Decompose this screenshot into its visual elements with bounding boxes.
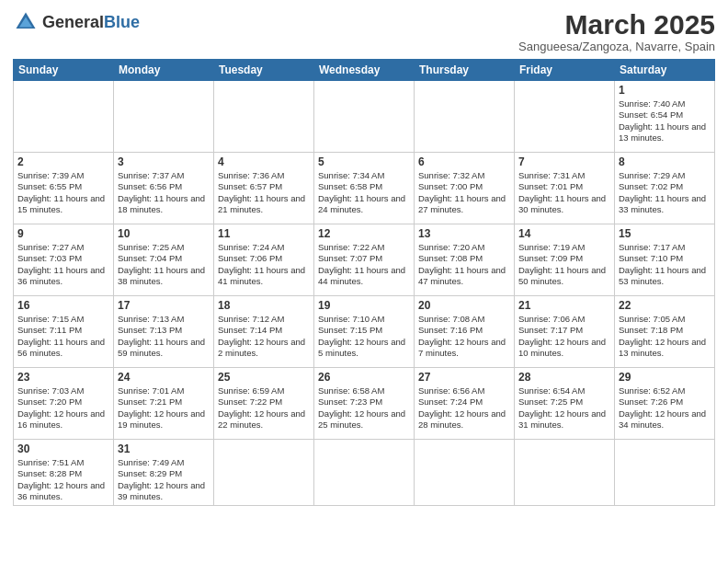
calendar-cell: 24Sunrise: 7:01 AM Sunset: 7:21 PM Dayli…: [114, 368, 214, 440]
day-info: Sunrise: 7:17 AM Sunset: 7:10 PM Dayligh…: [619, 242, 711, 287]
day-info: Sunrise: 7:13 AM Sunset: 7:13 PM Dayligh…: [118, 314, 210, 359]
calendar-cell: 30Sunrise: 7:51 AM Sunset: 8:28 PM Dayli…: [14, 440, 114, 506]
day-info: Sunrise: 7:01 AM Sunset: 7:21 PM Dayligh…: [118, 385, 210, 431]
day-number: 27: [418, 371, 510, 384]
day-info: Sunrise: 7:51 AM Sunset: 8:28 PM Dayligh…: [17, 457, 109, 502]
day-info: Sunrise: 7:08 AM Sunset: 7:16 PM Dayligh…: [418, 314, 510, 359]
day-number: 23: [17, 371, 109, 384]
calendar-cell: 20Sunrise: 7:08 AM Sunset: 7:16 PM Dayli…: [415, 296, 515, 368]
day-number: 5: [318, 155, 410, 168]
col-saturday: Saturday: [615, 60, 715, 81]
logo-icon: [13, 9, 39, 35]
col-tuesday: Tuesday: [214, 60, 314, 81]
day-number: 18: [218, 299, 310, 312]
calendar-cell: [515, 81, 615, 153]
calendar-cell: 29Sunrise: 6:52 AM Sunset: 7:26 PM Dayli…: [615, 368, 715, 440]
page: GeneralBlue March 2025 Sangueesa/Zangoza…: [0, 0, 728, 563]
calendar-cell: 4Sunrise: 7:36 AM Sunset: 6:57 PM Daylig…: [214, 153, 314, 224]
day-info: Sunrise: 7:40 AM Sunset: 6:54 PM Dayligh…: [619, 98, 711, 144]
calendar-cell: 27Sunrise: 6:56 AM Sunset: 7:24 PM Dayli…: [415, 368, 515, 440]
day-info: Sunrise: 7:39 AM Sunset: 6:55 PM Dayligh…: [17, 170, 109, 215]
day-number: 21: [518, 299, 610, 312]
day-number: 11: [218, 227, 310, 240]
calendar-cell: [515, 440, 615, 506]
day-info: Sunrise: 7:22 AM Sunset: 7:07 PM Dayligh…: [318, 242, 410, 287]
calendar-cell: 17Sunrise: 7:13 AM Sunset: 7:13 PM Dayli…: [114, 296, 214, 368]
calendar-cell: 1Sunrise: 7:40 AM Sunset: 6:54 PM Daylig…: [615, 81, 715, 153]
col-thursday: Thursday: [415, 60, 515, 81]
day-number: 15: [619, 227, 711, 240]
day-number: 25: [218, 371, 310, 384]
day-info: Sunrise: 7:32 AM Sunset: 7:00 PM Dayligh…: [418, 170, 510, 215]
day-info: Sunrise: 7:06 AM Sunset: 7:17 PM Dayligh…: [518, 314, 610, 359]
day-info: Sunrise: 7:36 AM Sunset: 6:57 PM Dayligh…: [218, 170, 310, 215]
subtitle: Sangueesa/Zangoza, Navarre, Spain: [518, 40, 715, 53]
day-number: 14: [518, 227, 610, 240]
day-number: 28: [518, 371, 610, 384]
header: GeneralBlue March 2025 Sangueesa/Zangoza…: [13, 9, 715, 53]
day-number: 30: [17, 442, 109, 455]
day-number: 26: [318, 371, 410, 384]
calendar-cell: 22Sunrise: 7:05 AM Sunset: 7:18 PM Dayli…: [615, 296, 715, 368]
col-wednesday: Wednesday: [314, 60, 415, 81]
calendar-cell: 19Sunrise: 7:10 AM Sunset: 7:15 PM Dayli…: [314, 296, 415, 368]
calendar-cell: [114, 81, 214, 153]
day-info: Sunrise: 6:52 AM Sunset: 7:26 PM Dayligh…: [619, 385, 711, 431]
day-number: 13: [418, 227, 510, 240]
calendar-cell: 8Sunrise: 7:29 AM Sunset: 7:02 PM Daylig…: [615, 153, 715, 224]
day-number: 16: [17, 299, 109, 312]
logo-text: GeneralBlue: [42, 14, 140, 30]
day-number: 31: [118, 442, 210, 455]
day-number: 17: [118, 299, 210, 312]
day-number: 6: [418, 155, 510, 168]
calendar-header-row: Sunday Monday Tuesday Wednesday Thursday…: [14, 60, 715, 81]
calendar-cell: [415, 81, 515, 153]
day-info: Sunrise: 7:12 AM Sunset: 7:14 PM Dayligh…: [218, 314, 310, 359]
day-number: 9: [17, 227, 109, 240]
calendar-cell: 16Sunrise: 7:15 AM Sunset: 7:11 PM Dayli…: [14, 296, 114, 368]
day-number: 10: [118, 227, 210, 240]
col-sunday: Sunday: [14, 60, 114, 81]
calendar-cell: 31Sunrise: 7:49 AM Sunset: 8:29 PM Dayli…: [114, 440, 214, 506]
calendar-cell: 28Sunrise: 6:54 AM Sunset: 7:25 PM Dayli…: [515, 368, 615, 440]
day-info: Sunrise: 7:19 AM Sunset: 7:09 PM Dayligh…: [518, 242, 610, 287]
day-number: 2: [17, 155, 109, 168]
calendar-cell: 5Sunrise: 7:34 AM Sunset: 6:58 PM Daylig…: [314, 153, 415, 224]
day-info: Sunrise: 7:34 AM Sunset: 6:58 PM Dayligh…: [318, 170, 410, 215]
title-block: March 2025 Sangueesa/Zangoza, Navarre, S…: [518, 9, 715, 53]
calendar-cell: 6Sunrise: 7:32 AM Sunset: 7:00 PM Daylig…: [415, 153, 515, 224]
month-title: March 2025: [518, 9, 715, 40]
calendar-cell: 25Sunrise: 6:59 AM Sunset: 7:22 PM Dayli…: [214, 368, 314, 440]
calendar-cell: 21Sunrise: 7:06 AM Sunset: 7:17 PM Dayli…: [515, 296, 615, 368]
day-number: 29: [619, 371, 711, 384]
day-info: Sunrise: 7:20 AM Sunset: 7:08 PM Dayligh…: [418, 242, 510, 287]
calendar-cell: [314, 440, 415, 506]
day-info: Sunrise: 7:27 AM Sunset: 7:03 PM Dayligh…: [17, 242, 109, 287]
day-number: 8: [619, 155, 711, 168]
calendar-cell: 23Sunrise: 7:03 AM Sunset: 7:20 PM Dayli…: [14, 368, 114, 440]
calendar-cell: 14Sunrise: 7:19 AM Sunset: 7:09 PM Dayli…: [515, 224, 615, 296]
calendar-cell: [415, 440, 515, 506]
calendar-cell: 18Sunrise: 7:12 AM Sunset: 7:14 PM Dayli…: [214, 296, 314, 368]
calendar-cell: [214, 440, 314, 506]
calendar-cell: [14, 81, 114, 153]
day-number: 4: [218, 155, 310, 168]
calendar-cell: 9Sunrise: 7:27 AM Sunset: 7:03 PM Daylig…: [14, 224, 114, 296]
calendar-cell: [314, 81, 415, 153]
calendar-cell: 11Sunrise: 7:24 AM Sunset: 7:06 PM Dayli…: [214, 224, 314, 296]
day-number: 7: [518, 155, 610, 168]
calendar-body: 1Sunrise: 7:40 AM Sunset: 6:54 PM Daylig…: [14, 81, 715, 506]
logo: GeneralBlue: [13, 9, 140, 35]
calendar-cell: [615, 440, 715, 506]
calendar-cell: 12Sunrise: 7:22 AM Sunset: 7:07 PM Dayli…: [314, 224, 415, 296]
day-number: 20: [418, 299, 510, 312]
col-monday: Monday: [114, 60, 214, 81]
calendar-cell: [214, 81, 314, 153]
calendar-cell: 15Sunrise: 7:17 AM Sunset: 7:10 PM Dayli…: [615, 224, 715, 296]
day-info: Sunrise: 7:37 AM Sunset: 6:56 PM Dayligh…: [118, 170, 210, 215]
day-info: Sunrise: 7:05 AM Sunset: 7:18 PM Dayligh…: [619, 314, 711, 359]
day-info: Sunrise: 6:58 AM Sunset: 7:23 PM Dayligh…: [318, 385, 410, 431]
day-info: Sunrise: 7:24 AM Sunset: 7:06 PM Dayligh…: [218, 242, 310, 287]
calendar-cell: 26Sunrise: 6:58 AM Sunset: 7:23 PM Dayli…: [314, 368, 415, 440]
day-number: 19: [318, 299, 410, 312]
